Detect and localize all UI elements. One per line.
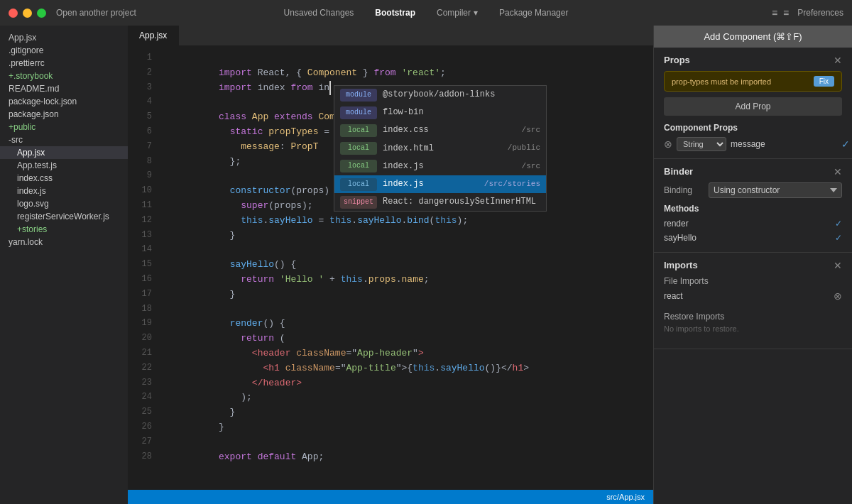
sidebar-item-readme[interactable]: README.md [0,82,128,95]
close-button[interactable] [9,9,18,18]
binding-label: Binding [664,185,703,195]
imports-close-icon[interactable]: ✕ [834,261,842,270]
prop-check-icon: ✓ [841,138,850,150]
titlebar: Open another project Unsaved Changes Boo… [0,0,852,26]
ac-item-index-js-src[interactable]: local index.js /src [334,158,546,175]
status-filepath: src/App.jsx [606,493,645,501]
import-name-react: react [664,291,683,301]
ac-badge-local-2: local [340,142,377,155]
import-item-react: react ⊗ [664,289,842,303]
code-line-26 [158,420,653,435]
tab-package-manager[interactable]: Package Manager [489,5,578,21]
ac-item-index-css[interactable]: local index.css /src [334,121,546,139]
add-component-button[interactable]: Add Component (⌘⇧F) [654,26,852,48]
ac-item-snippet-dangerous[interactable]: snippet React: dangerouslySetInnerHTML [334,193,546,211]
fix-button[interactable]: Fix [814,76,834,87]
imports-section: Imports ✕ File Imports react ⊗ Restore I… [654,253,852,349]
binding-select[interactable]: Using constructor Arrow function Bind in… [709,182,842,198]
component-props-row: ⊗ String Number Bool Array ✓ [664,137,842,151]
sidebar-item-index-js[interactable]: index.js [0,185,128,197]
editor-tab-app-jsx[interactable]: App.jsx [128,26,179,45]
autocomplete-dropdown: module @storybook/addon-links module flo… [334,85,547,212]
file-imports-title: File Imports [664,276,842,286]
sidebar: App.jsx .gitignore .prettierrc +.storybo… [0,26,128,504]
binder-close-icon[interactable]: ✕ [834,167,842,177]
tab-bootstrap[interactable]: Bootstrap [365,5,425,21]
sidebar-item-storybook[interactable]: +.storybook [0,70,128,82]
editor-area: App.jsx 1 2 3 4 5 6 7 8 9 10 11 12 13 14… [128,26,653,504]
add-prop-button[interactable]: Add Prop [664,97,842,116]
menu-icon-1[interactable]: ≡ [772,7,777,18]
method-sayhello-check[interactable]: ✓ [835,233,842,243]
ac-badge-snippet: snippet [340,196,377,209]
ac-badge-local: local [340,124,377,137]
props-title: Props [664,55,690,65]
sidebar-item-stories[interactable]: +stories [0,223,128,236]
props-section: Props ✕ prop-types must be imported Fix … [654,48,852,159]
import-remove-icon[interactable]: ⊗ [834,290,842,302]
project-label[interactable]: Open another project [56,8,136,18]
method-render-check[interactable]: ✓ [835,219,842,229]
props-warning: prop-types must be imported Fix [664,71,842,92]
sidebar-item-prettierrc[interactable]: .prettierrc [0,57,128,70]
ac-item-index-html[interactable]: local index.html /public [334,140,546,158]
sidebar-item-public[interactable]: +public [0,121,128,133]
ac-badge-selected: local [340,178,377,191]
code-line-27: export default App; [158,435,653,450]
method-render: render ✓ [664,217,842,231]
props-header: Props ✕ [664,55,842,65]
props-close-icon[interactable]: ✕ [834,55,842,65]
restore-imports-text: No imports to restore. [664,324,842,333]
maximize-button[interactable] [37,9,46,18]
status-bar: src/App.jsx [128,490,653,504]
sidebar-item-app-test[interactable]: App.test.js [0,159,128,172]
toolbar-icons: ≡ ≡ [772,7,789,18]
methods-title: Methods [664,204,842,214]
right-panel: Add Component (⌘⇧F) Props ✕ prop-types m… [653,26,852,504]
binder-header: Binder ✕ [664,166,842,177]
ac-item-storybook[interactable]: module @storybook/addon-links [334,86,546,104]
sidebar-item-gitignore[interactable]: .gitignore [0,44,128,57]
prop-name-input[interactable] [731,139,837,149]
sidebar-item-register-sw[interactable]: registerServiceWorker.js [0,210,128,223]
sidebar-item-src[interactable]: -src [0,133,128,146]
sidebar-item-logo-svg[interactable]: logo.svg [0,197,128,210]
menu-icon-2[interactable]: ≡ [783,7,789,18]
imports-title: Imports [664,260,698,270]
ac-badge-local-3: local [340,160,377,172]
preferences-link[interactable]: Preferences [797,8,843,18]
prop-type-select[interactable]: String Number Bool Array [677,137,726,151]
main-content: App.jsx .gitignore .prettierrc +.storybo… [0,26,852,504]
binder-title: Binder [664,166,693,177]
line-numbers: 1 2 3 4 5 6 7 8 9 10 11 12 13 14 15 16 1… [128,45,158,490]
code-line-18: render() { [158,302,653,317]
ac-badge-module-2: module [340,106,377,119]
imports-header: Imports ✕ [664,260,842,270]
method-sayhello-name: sayHello [664,233,697,243]
sidebar-item-tab[interactable]: App.jsx [0,31,128,44]
props-warning-text: prop-types must be imported [672,77,771,86]
ac-badge-module: module [340,89,377,102]
sidebar-item-app-jsx[interactable]: App.jsx [0,146,128,159]
traffic-lights [9,9,46,18]
restore-imports-subsection: Restore Imports No imports to restore. [664,312,842,333]
code-editor[interactable]: 1 2 3 4 5 6 7 8 9 10 11 12 13 14 15 16 1… [128,45,653,490]
sidebar-item-package-lock[interactable]: package-lock.json [0,95,128,108]
titlebar-right: ≡ ≡ Preferences [772,7,843,18]
sidebar-item-yarn-lock[interactable]: yarn.lock [0,236,128,248]
component-props-title: Component Props [664,123,842,133]
prop-remove-icon[interactable]: ⊗ [664,138,672,150]
sidebar-item-index-css[interactable]: index.css [0,172,128,185]
method-sayhello: sayHello ✓ [664,231,842,245]
ac-item-flowbin[interactable]: module flow-bin [334,104,546,121]
tab-compiler[interactable]: Compiler ▾ [427,5,488,21]
binder-section: Binder ✕ Binding Using constructor Arrow… [654,159,852,253]
ac-item-index-js-stories[interactable]: local index.js /src/stories [334,175,546,193]
sidebar-item-package-json[interactable]: package.json [0,108,128,121]
minimize-button[interactable] [23,9,32,18]
chevron-down-icon: ▾ [474,8,478,18]
code-line-1: import React, { Component } from 'react'… [158,51,653,66]
tab-unsaved-changes[interactable]: Unsaved Changes [274,5,364,21]
file-imports-subsection: File Imports react ⊗ [664,276,842,303]
restore-imports-title: Restore Imports [664,312,842,322]
